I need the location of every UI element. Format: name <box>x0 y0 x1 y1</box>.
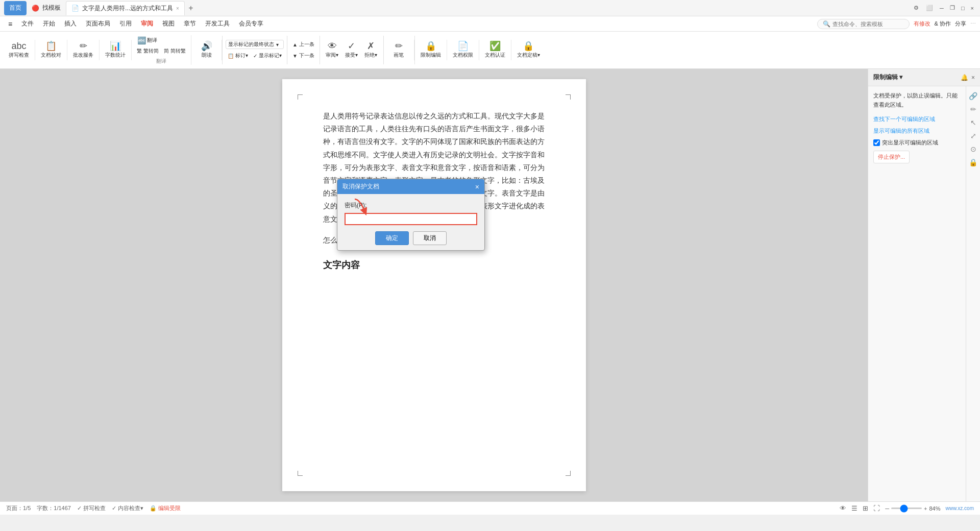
docright-btn[interactable]: 📄 文档权限 <box>450 40 476 60</box>
tab-templates[interactable]: 🔴 找模板 <box>27 1 66 15</box>
password-field-container <box>345 213 477 231</box>
settings-icon[interactable]: ⚙ <box>912 4 921 12</box>
up-icon: ▲ <box>292 42 298 47</box>
menu-view[interactable]: 视图 <box>158 17 179 30</box>
next-change-btn[interactable]: ▼ 下一条 <box>290 51 316 60</box>
ribbon-group-docright: 📄 文档权限 <box>447 40 479 60</box>
accept-icon: ✓ <box>348 41 355 51</box>
cancel-btn[interactable]: 取消 <box>413 231 447 245</box>
sidebar-title: 限制编辑 ▾ <box>873 73 902 82</box>
wordcount-icon: 📊 <box>110 41 121 51</box>
menu-layout[interactable]: 页面布局 <box>82 17 114 30</box>
maximize-button[interactable]: □ <box>959 4 967 12</box>
track-changes-combo[interactable]: 显示标记的最终状态 ▾ <box>226 40 284 49</box>
restore-icon[interactable]: ⬜ <box>924 4 935 12</box>
home-tab-label: 首页 <box>9 4 21 12</box>
ribbon-group-docauth: ✅ 文档认证 <box>479 40 511 60</box>
modal-title-bar: 取消保护文档 × <box>337 179 484 194</box>
fullscreen-icon[interactable]: ⛶ <box>873 504 880 512</box>
tile-button[interactable]: ❐ <box>948 4 957 12</box>
bell-icon[interactable]: 🔔 <box>961 74 968 81</box>
tab-close-icon[interactable]: × <box>176 6 179 11</box>
traditional-btn[interactable]: 繁繁转简 <box>135 46 161 56</box>
reject-btn[interactable]: ✗ 拒绝▾ <box>362 40 380 60</box>
menu-file[interactable]: 文件 <box>17 17 38 30</box>
spell-check-status[interactable]: ✓ 拼写检查 <box>77 504 106 512</box>
corner-tl <box>298 94 303 100</box>
corner-tr <box>566 94 571 100</box>
menu-chapter[interactable]: 章节 <box>180 17 200 30</box>
minimize-button[interactable]: ─ <box>938 4 946 12</box>
menu-insert[interactable]: 插入 <box>60 17 81 30</box>
markup-icon: 📋 <box>228 53 234 59</box>
simplified-btn[interactable]: 简简转繁 <box>162 46 188 56</box>
menu-dev[interactable]: 开发工具 <box>201 17 234 30</box>
wordcount-btn[interactable]: 📊 字数统计 <box>103 40 128 60</box>
paint-btn[interactable]: ✏ 画笔 <box>389 40 408 60</box>
tab-add-button[interactable]: + <box>185 2 197 14</box>
show-markup-btn[interactable]: ✓ 显示标记▾ <box>251 51 284 60</box>
doc-icon: 📄 <box>71 5 79 12</box>
list-icon[interactable]: ☰ <box>851 504 857 512</box>
circle-icon[interactable]: ⊙ <box>969 143 978 155</box>
password-input[interactable] <box>345 213 477 225</box>
watermark-link[interactable]: www.xz.com <box>945 505 974 511</box>
eye-icon[interactable]: 👁 <box>840 504 846 512</box>
close-button[interactable]: × <box>969 4 976 12</box>
prev-change-btn[interactable]: ▲ 上一条 <box>290 40 316 49</box>
zoom-out-btn[interactable]: ─ <box>885 505 889 512</box>
modal-close-btn[interactable]: × <box>475 183 479 191</box>
main-layout: 是人类用符号记录表达信息以传之久远的方式和工具。现代文字大多是记录语言的工具，人… <box>0 69 980 501</box>
hamburger-menu[interactable]: ≡ <box>4 18 16 30</box>
cursor-icon[interactable]: ↖ <box>969 117 978 128</box>
menu-vip[interactable]: 会员专享 <box>235 17 267 30</box>
show-all-editable-link[interactable]: 显示可编辑的所有区域 <box>873 127 961 135</box>
menu-home[interactable]: 开始 <box>39 17 59 30</box>
menu-bar: ≡ 文件 开始 插入 页面布局 引用 审阅 视图 章节 开发工具 会员专享 🔍 … <box>0 16 980 32</box>
stop-protect-label: 停止保护... <box>878 153 905 161</box>
stop-protect-btn[interactable]: 停止保护... <box>873 151 910 163</box>
edit-icon[interactable]: ✏ <box>969 104 978 115</box>
sidebar-body: 文档受保护，以防止误编辑。只能查看此区域。 查找下一个可编辑的区域 显示可编辑的… <box>868 86 966 168</box>
correct-btn[interactable]: ✏ 批改服务 <box>70 40 96 60</box>
doccorrect-icon: 📋 <box>45 41 57 51</box>
docauth-btn[interactable]: ✅ 文档认证 <box>482 40 508 60</box>
document-area[interactable]: 是人类用符号记录表达信息以传之久远的方式和工具。现代文字大多是记录语言的工具，人… <box>0 69 868 501</box>
plus-icon: + <box>188 4 193 13</box>
collaborate-btn[interactable]: & 协作 <box>935 20 951 28</box>
docfinish-btn[interactable]: 🔒 文档定稿▾ <box>514 40 543 60</box>
search-input[interactable] <box>832 21 904 27</box>
layout-icon[interactable]: ⊞ <box>863 504 868 512</box>
resize-icon[interactable]: ⤢ <box>969 130 978 141</box>
combo-chevron: ▾ <box>276 42 279 47</box>
menu-reference[interactable]: 引用 <box>115 17 136 30</box>
share-btn[interactable]: 分享 <box>955 20 966 28</box>
zoom-in-btn[interactable]: + <box>924 505 927 512</box>
content-check-status[interactable]: ✓ 内容检查▾ <box>112 504 143 512</box>
tab-home[interactable]: 首页 <box>4 1 27 15</box>
has-modify-btn[interactable]: 有修改 <box>914 20 930 28</box>
markup-btn[interactable]: 📋 标订▾ <box>226 51 250 60</box>
ribbon-group-docfinish: 🔒 文档定稿▾ <box>511 40 546 60</box>
highlight-checkbox[interactable] <box>873 139 880 146</box>
tab-document[interactable]: 📄 文字是人类用符...远的方式和工具 × <box>66 1 185 15</box>
modal-title: 取消保护文档 <box>342 182 379 191</box>
tab-document-label: 文字是人类用符...远的方式和工具 <box>82 4 173 13</box>
link-icon[interactable]: 🔗 <box>967 90 979 102</box>
menu-review[interactable]: 审阅 <box>137 17 157 30</box>
translate-btn[interactable]: 🔤 翻译 <box>135 35 160 45</box>
review-btn[interactable]: 👁 审阅▾ <box>323 40 341 60</box>
read-btn[interactable]: 🔊 朗读 <box>198 40 216 60</box>
expand-icon[interactable]: ⋯ <box>970 20 976 27</box>
doc-heading[interactable]: 文字内容 <box>323 257 545 273</box>
zoom-level[interactable]: 84% <box>929 505 940 512</box>
confirm-btn[interactable]: 确定 <box>375 231 409 245</box>
lock-icon[interactable]: 🔒 <box>967 157 979 168</box>
sidebar-close-icon[interactable]: × <box>971 74 975 81</box>
restrict-edit-btn[interactable]: 🔒 限制编辑 <box>418 40 444 60</box>
doccorrect-btn[interactable]: 📋 文档校对 <box>38 40 64 60</box>
spellcheck-btn[interactable]: abc 拼写检查 <box>6 40 32 60</box>
find-editable-link[interactable]: 查找下一个可编辑的区域 <box>873 115 961 123</box>
accept-btn[interactable]: ✓ 接受▾ <box>342 40 361 60</box>
zoom-slider[interactable] <box>891 508 922 509</box>
